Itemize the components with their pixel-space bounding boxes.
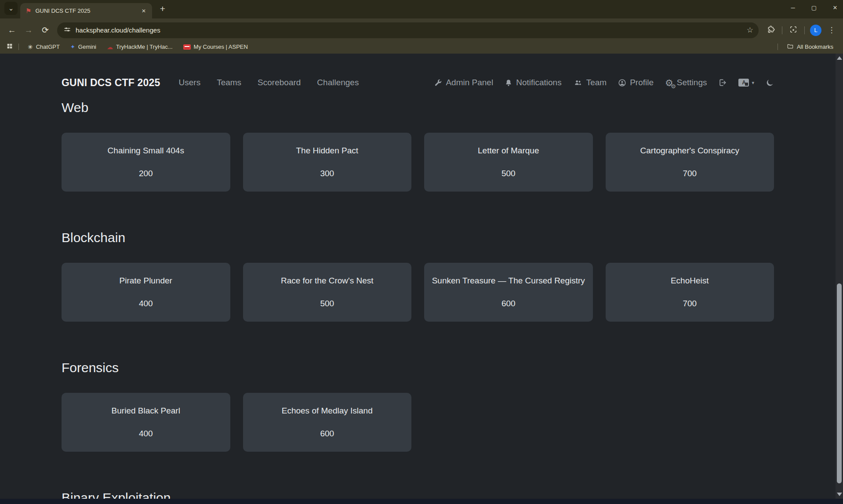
- extensions-button[interactable]: [764, 23, 778, 37]
- person-circle-icon: [618, 79, 626, 87]
- vertical-scrollbar[interactable]: [836, 54, 843, 499]
- challenge-card[interactable]: Pirate Plunder 400: [62, 263, 230, 322]
- profile-avatar-button[interactable]: L: [809, 23, 823, 37]
- reload-button[interactable]: ⟳: [38, 23, 53, 38]
- bookmark-label: ChatGPT: [36, 44, 60, 50]
- scroll-up-arrow-icon[interactable]: [837, 56, 842, 60]
- browser-tab[interactable]: ⚑ GUNI DCS CTF 2025 ✕: [20, 3, 152, 18]
- section-title: Blockchain: [62, 230, 774, 245]
- bookmark-star-icon[interactable]: ☆: [747, 25, 753, 35]
- team-link[interactable]: Team: [573, 78, 607, 87]
- settings-label: Settings: [677, 78, 707, 87]
- notifications-label: Notifications: [516, 78, 562, 87]
- challenge-name: The Hidden Pact: [296, 146, 358, 156]
- maximize-button[interactable]: ▢: [810, 4, 818, 11]
- cloud-icon: ☁: [107, 44, 113, 51]
- back-button[interactable]: ←: [4, 23, 19, 38]
- new-tab-button[interactable]: +: [156, 3, 169, 15]
- language-selector[interactable]: A ▾: [738, 79, 754, 87]
- bookmark-gemini[interactable]: ✦ Gemini: [67, 43, 100, 51]
- scrollbar-thumb[interactable]: [837, 283, 842, 483]
- minimize-button[interactable]: ─: [788, 4, 797, 11]
- wrench-icon: [434, 79, 442, 87]
- bookmark-chatgpt[interactable]: ✳ ChatGPT: [24, 43, 63, 51]
- challenge-points: 400: [139, 299, 153, 308]
- puzzle-icon: [767, 25, 775, 36]
- browser-toolbar: ← → ⟳ hacksphear.cloud/challenges ☆: [0, 18, 843, 42]
- challenge-card[interactable]: EchoHeist 700: [606, 263, 774, 322]
- browser-menu-button[interactable]: ⋮: [825, 23, 839, 37]
- chevron-down-icon: ⌄: [8, 4, 14, 12]
- flag-favicon-icon: ⚑: [25, 7, 31, 15]
- users-group-icon: [573, 79, 583, 87]
- challenge-name: Chaining Small 404s: [108, 146, 184, 156]
- toolbar-divider: [804, 26, 805, 34]
- sign-out-icon: [718, 78, 727, 87]
- apps-grid-icon[interactable]: [6, 43, 13, 51]
- nav-item-users[interactable]: Users: [179, 78, 201, 87]
- all-bookmarks-button[interactable]: All Bookmarks: [783, 42, 837, 52]
- tab-search-button[interactable]: ⌄: [4, 2, 18, 15]
- challenge-name: Race for the Crow's Nest: [281, 276, 374, 286]
- window-close-button[interactable]: ✕: [831, 4, 839, 11]
- challenge-name: Echoes of Medlay Island: [282, 406, 373, 416]
- challenge-card[interactable]: Sunken Treasure — The Cursed Registry 60…: [424, 263, 593, 322]
- bookmarks-divider: [778, 44, 778, 50]
- profile-link[interactable]: Profile: [618, 78, 654, 87]
- nav-item-teams[interactable]: Teams: [217, 78, 241, 87]
- url-text[interactable]: hacksphear.cloud/challenges: [76, 26, 742, 34]
- challenge-points: 600: [320, 429, 334, 439]
- forward-button[interactable]: →: [21, 23, 36, 38]
- challenge-points: 200: [139, 169, 153, 178]
- logout-button[interactable]: [718, 78, 727, 87]
- nav-item-challenges[interactable]: Challenges: [317, 78, 359, 87]
- nav-item-scoreboard[interactable]: Scoreboard: [258, 78, 301, 87]
- settings-link[interactable]: ⚙⚙ Settings: [665, 78, 707, 87]
- aspen-logo-icon: [183, 44, 191, 50]
- page-viewport: GUNI DCS CTF 2025 Users Teams Scoreboard…: [0, 54, 843, 499]
- scroll-down-arrow-icon[interactable]: [837, 493, 842, 496]
- theme-toggle-button[interactable]: [766, 79, 774, 87]
- admin-panel-link[interactable]: Admin Panel: [434, 78, 493, 87]
- site-brand[interactable]: GUNI DCS CTF 2025: [62, 77, 160, 89]
- challenge-name: Buried Black Pearl: [112, 406, 180, 416]
- challenge-card[interactable]: Race for the Crow's Nest 500: [243, 263, 412, 322]
- site-info-icon[interactable]: [63, 25, 71, 35]
- tab-title: GUNI DCS CTF 2025: [35, 7, 136, 14]
- bookmark-tryhackme[interactable]: ☁ TryHackMe | TryHac...: [103, 43, 176, 51]
- notifications-link[interactable]: Notifications: [505, 78, 562, 87]
- section-title: Binary Exploitation: [62, 490, 774, 499]
- challenge-grid: Buried Black Pearl 400 Echoes of Medlay …: [62, 393, 774, 452]
- avatar: L: [810, 25, 821, 36]
- challenge-name: Letter of Marque: [478, 146, 539, 156]
- section-binary-exploitation: Binary Exploitation: [62, 490, 774, 499]
- challenge-grid: Pirate Plunder 400 Race for the Crow's N…: [62, 263, 774, 322]
- challenge-points: 700: [683, 299, 697, 308]
- all-bookmarks-label: All Bookmarks: [797, 44, 833, 50]
- challenge-card[interactable]: Cartographer's Conspiracy 700: [606, 133, 774, 192]
- section-web: Web Chaining Small 404s 200 The Hidden P…: [62, 100, 774, 192]
- bookmark-aspen[interactable]: My Courses | ASPEN: [180, 43, 251, 51]
- challenge-points: 500: [501, 169, 516, 178]
- challenge-name: Cartographer's Conspiracy: [640, 146, 739, 156]
- challenge-points: 400: [139, 429, 153, 439]
- site-header: GUNI DCS CTF 2025 Users Teams Scoreboard…: [62, 73, 774, 92]
- challenge-card[interactable]: Letter of Marque 500: [424, 133, 593, 192]
- bell-icon: [505, 79, 512, 87]
- challenge-card[interactable]: Buried Black Pearl 400: [62, 393, 230, 452]
- challenge-card[interactable]: The Hidden Pact 300: [243, 133, 412, 192]
- screenshot-tool-button[interactable]: [786, 23, 800, 37]
- challenge-grid: Chaining Small 404s 200 The Hidden Pact …: [62, 133, 774, 192]
- address-bar[interactable]: hacksphear.cloud/challenges ☆: [57, 22, 759, 38]
- challenge-card[interactable]: Chaining Small 404s 200: [62, 133, 230, 192]
- toolbar-divider: [782, 26, 782, 34]
- challenge-name: Pirate Plunder: [120, 276, 172, 286]
- admin-panel-label: Admin Panel: [446, 78, 493, 87]
- folder-icon: [787, 43, 794, 51]
- challenge-card[interactable]: Echoes of Medlay Island 600: [243, 393, 412, 452]
- bookmarks-bar: ✳ ChatGPT ✦ Gemini ☁ TryHackMe | TryHac.…: [0, 42, 843, 54]
- taskbar-edge: [0, 499, 843, 504]
- window-controls: ─ ▢ ✕: [788, 0, 839, 15]
- moon-icon: [766, 79, 774, 87]
- tab-close-button[interactable]: ✕: [140, 7, 148, 15]
